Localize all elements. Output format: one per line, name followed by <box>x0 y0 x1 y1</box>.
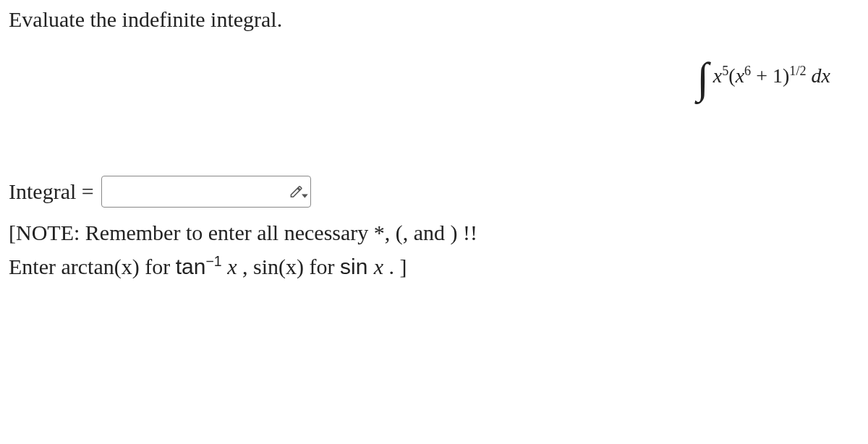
pencil-dropdown-icon[interactable] <box>289 182 308 201</box>
integral-expression: ∫x5(x6 + 1)1/2 dx <box>9 54 859 103</box>
integral-sign: ∫ <box>697 54 708 103</box>
answer-row: Integral = <box>9 176 859 208</box>
question-prompt: Evaluate the indefinite integral. <box>9 7 859 32</box>
answer-label: Integral = <box>9 179 94 204</box>
note-line-2: Enter arctan(x) for tan−1 x , sin(x) for… <box>9 250 859 284</box>
integrand: x5(x6 + 1)1/2 dx <box>713 64 830 87</box>
note-line-1: [NOTE: Remember to enter all necessary *… <box>9 216 859 250</box>
input-note: [NOTE: Remember to enter all necessary *… <box>9 216 859 283</box>
integral-answer-input[interactable] <box>101 176 311 208</box>
